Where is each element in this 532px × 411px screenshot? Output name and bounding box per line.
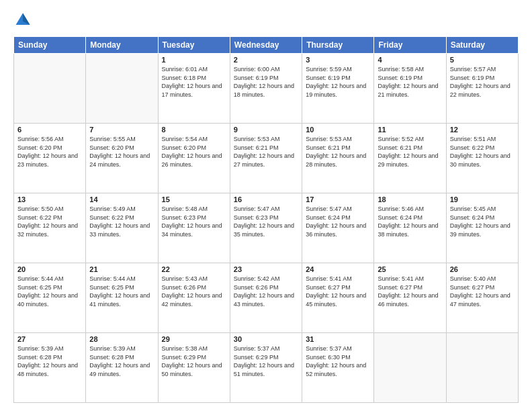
day-info: Sunrise: 5:39 AM Sunset: 6:28 PM Dayligh…	[17, 345, 82, 378]
day-info: Sunrise: 5:56 AM Sunset: 6:20 PM Dayligh…	[17, 135, 82, 169]
day-number: 13	[17, 195, 82, 203]
day-number: 25	[378, 265, 442, 273]
calendar-cell: 3Sunrise: 5:59 AM Sunset: 6:19 PM Daylig…	[302, 54, 374, 124]
calendar-cell: 19Sunrise: 5:45 AM Sunset: 6:24 PM Dayli…	[446, 193, 518, 263]
day-number: 8	[162, 126, 226, 134]
calendar-cell: 15Sunrise: 5:48 AM Sunset: 6:23 PM Dayli…	[158, 193, 230, 263]
day-info: Sunrise: 5:50 AM Sunset: 6:22 PM Dayligh…	[17, 205, 82, 238]
day-info: Sunrise: 5:39 AM Sunset: 6:28 PM Dayligh…	[89, 345, 154, 378]
calendar-cell: 23Sunrise: 5:42 AM Sunset: 6:26 PM Dayli…	[230, 263, 302, 333]
weekday-header: Sunday	[14, 37, 86, 54]
day-number: 4	[378, 56, 442, 64]
day-number: 11	[378, 126, 442, 134]
calendar-cell: 17Sunrise: 5:47 AM Sunset: 6:24 PM Dayli…	[302, 193, 374, 263]
calendar-week-row: 20Sunrise: 5:44 AM Sunset: 6:25 PM Dayli…	[14, 263, 519, 333]
day-number: 5	[450, 56, 515, 64]
day-info: Sunrise: 5:58 AM Sunset: 6:19 PM Dayligh…	[378, 65, 442, 99]
logo-icon	[13, 11, 32, 30]
day-info: Sunrise: 5:54 AM Sunset: 6:20 PM Dayligh…	[162, 135, 226, 169]
day-number: 30	[234, 335, 298, 343]
calendar-week-row: 6Sunrise: 5:56 AM Sunset: 6:20 PM Daylig…	[14, 124, 519, 193]
calendar-cell: 28Sunrise: 5:39 AM Sunset: 6:28 PM Dayli…	[86, 333, 158, 403]
day-info: Sunrise: 5:59 AM Sunset: 6:19 PM Dayligh…	[306, 65, 370, 99]
day-info: Sunrise: 5:55 AM Sunset: 6:20 PM Dayligh…	[89, 135, 154, 169]
day-number: 3	[306, 56, 370, 64]
day-info: Sunrise: 5:49 AM Sunset: 6:22 PM Dayligh…	[89, 205, 154, 238]
day-number: 1	[162, 56, 226, 64]
day-number: 27	[17, 335, 82, 343]
calendar-cell: 1Sunrise: 6:01 AM Sunset: 6:18 PM Daylig…	[158, 54, 230, 124]
header	[13, 11, 519, 30]
calendar-cell: 14Sunrise: 5:49 AM Sunset: 6:22 PM Dayli…	[86, 193, 158, 263]
day-number: 20	[17, 265, 82, 273]
logo	[13, 11, 35, 30]
calendar-cell	[14, 54, 86, 124]
day-info: Sunrise: 5:46 AM Sunset: 6:24 PM Dayligh…	[378, 205, 442, 238]
day-info: Sunrise: 5:53 AM Sunset: 6:21 PM Dayligh…	[234, 135, 298, 169]
day-number: 18	[378, 195, 442, 203]
day-number: 21	[89, 265, 154, 273]
calendar-week-row: 27Sunrise: 5:39 AM Sunset: 6:28 PM Dayli…	[14, 333, 519, 403]
calendar-cell: 9Sunrise: 5:53 AM Sunset: 6:21 PM Daylig…	[230, 124, 302, 193]
calendar-cell: 26Sunrise: 5:40 AM Sunset: 6:27 PM Dayli…	[446, 263, 518, 333]
day-number: 23	[234, 265, 298, 273]
day-number: 9	[234, 126, 298, 134]
calendar-cell: 6Sunrise: 5:56 AM Sunset: 6:20 PM Daylig…	[14, 124, 86, 193]
day-number: 16	[234, 195, 298, 203]
calendar-cell: 30Sunrise: 5:37 AM Sunset: 6:29 PM Dayli…	[230, 333, 302, 403]
calendar-cell: 5Sunrise: 5:57 AM Sunset: 6:19 PM Daylig…	[446, 54, 518, 124]
day-number: 7	[89, 126, 154, 134]
weekday-header: Monday	[86, 37, 158, 54]
day-number: 10	[306, 126, 370, 134]
calendar-cell: 22Sunrise: 5:43 AM Sunset: 6:26 PM Dayli…	[158, 263, 230, 333]
day-number: 19	[450, 195, 515, 203]
calendar-cell: 7Sunrise: 5:55 AM Sunset: 6:20 PM Daylig…	[86, 124, 158, 193]
calendar-week-row: 13Sunrise: 5:50 AM Sunset: 6:22 PM Dayli…	[14, 193, 519, 263]
calendar-cell: 20Sunrise: 5:44 AM Sunset: 6:25 PM Dayli…	[14, 263, 86, 333]
calendar-cell: 16Sunrise: 5:47 AM Sunset: 6:23 PM Dayli…	[230, 193, 302, 263]
calendar-cell: 12Sunrise: 5:51 AM Sunset: 6:22 PM Dayli…	[446, 124, 518, 193]
calendar-cell: 2Sunrise: 6:00 AM Sunset: 6:19 PM Daylig…	[230, 54, 302, 124]
weekday-header: Wednesday	[230, 37, 302, 54]
day-info: Sunrise: 5:40 AM Sunset: 6:27 PM Dayligh…	[450, 275, 515, 308]
day-number: 24	[306, 265, 370, 273]
calendar-cell	[374, 333, 446, 403]
day-info: Sunrise: 5:41 AM Sunset: 6:27 PM Dayligh…	[378, 275, 442, 308]
day-number: 15	[162, 195, 226, 203]
day-number: 6	[17, 126, 82, 134]
weekday-header: Friday	[374, 37, 446, 54]
day-info: Sunrise: 5:47 AM Sunset: 6:24 PM Dayligh…	[306, 205, 370, 238]
calendar-cell: 8Sunrise: 5:54 AM Sunset: 6:20 PM Daylig…	[158, 124, 230, 193]
day-info: Sunrise: 5:37 AM Sunset: 6:30 PM Dayligh…	[306, 345, 370, 378]
weekday-header: Tuesday	[158, 37, 230, 54]
day-info: Sunrise: 5:37 AM Sunset: 6:29 PM Dayligh…	[234, 345, 298, 378]
day-info: Sunrise: 5:51 AM Sunset: 6:22 PM Dayligh…	[450, 135, 515, 169]
day-number: 2	[234, 56, 298, 64]
calendar-cell: 24Sunrise: 5:41 AM Sunset: 6:27 PM Dayli…	[302, 263, 374, 333]
calendar-cell	[86, 54, 158, 124]
calendar-cell: 29Sunrise: 5:38 AM Sunset: 6:29 PM Dayli…	[158, 333, 230, 403]
calendar-cell: 21Sunrise: 5:44 AM Sunset: 6:25 PM Dayli…	[86, 263, 158, 333]
day-info: Sunrise: 5:53 AM Sunset: 6:21 PM Dayligh…	[306, 135, 370, 169]
day-number: 26	[450, 265, 515, 273]
calendar-week-row: 1Sunrise: 6:01 AM Sunset: 6:18 PM Daylig…	[14, 54, 519, 124]
day-number: 28	[89, 335, 154, 343]
day-info: Sunrise: 5:52 AM Sunset: 6:21 PM Dayligh…	[378, 135, 442, 169]
calendar-cell: 31Sunrise: 5:37 AM Sunset: 6:30 PM Dayli…	[302, 333, 374, 403]
day-number: 14	[89, 195, 154, 203]
day-info: Sunrise: 5:38 AM Sunset: 6:29 PM Dayligh…	[162, 345, 226, 378]
calendar-cell: 27Sunrise: 5:39 AM Sunset: 6:28 PM Dayli…	[14, 333, 86, 403]
day-number: 12	[450, 126, 515, 134]
calendar-cell	[446, 333, 518, 403]
day-info: Sunrise: 5:44 AM Sunset: 6:25 PM Dayligh…	[89, 275, 154, 308]
day-number: 22	[162, 265, 226, 273]
day-info: Sunrise: 5:42 AM Sunset: 6:26 PM Dayligh…	[234, 275, 298, 308]
day-info: Sunrise: 5:45 AM Sunset: 6:24 PM Dayligh…	[450, 205, 515, 238]
calendar-cell: 13Sunrise: 5:50 AM Sunset: 6:22 PM Dayli…	[14, 193, 86, 263]
day-number: 17	[306, 195, 370, 203]
day-info: Sunrise: 6:00 AM Sunset: 6:19 PM Dayligh…	[234, 65, 298, 99]
day-info: Sunrise: 6:01 AM Sunset: 6:18 PM Dayligh…	[162, 65, 226, 99]
day-info: Sunrise: 5:48 AM Sunset: 6:23 PM Dayligh…	[162, 205, 226, 238]
calendar-cell: 11Sunrise: 5:52 AM Sunset: 6:21 PM Dayli…	[374, 124, 446, 193]
day-info: Sunrise: 5:43 AM Sunset: 6:26 PM Dayligh…	[162, 275, 226, 308]
